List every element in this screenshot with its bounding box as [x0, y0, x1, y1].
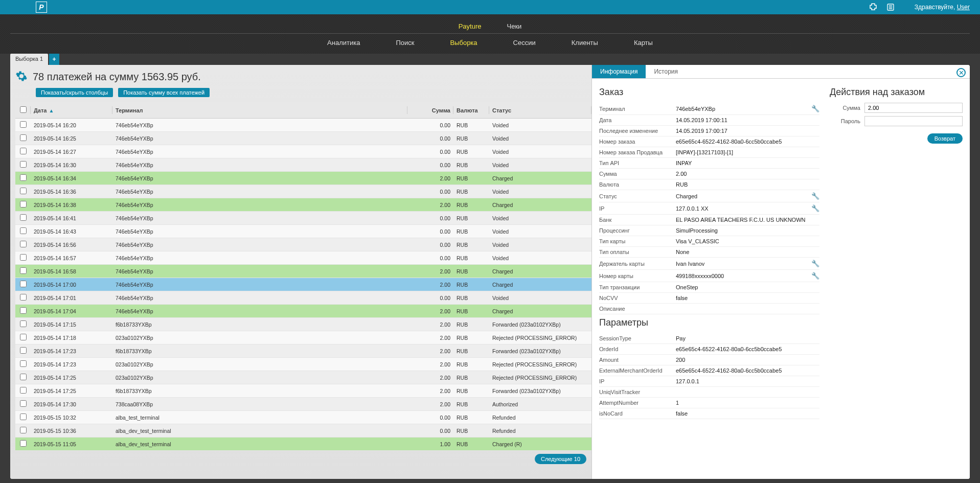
- sub-tab-0[interactable]: Аналитика: [327, 39, 360, 47]
- wrench-icon[interactable]: 🔧: [811, 192, 819, 200]
- main-tab-чеки[interactable]: Чеки: [507, 22, 521, 30]
- page-tab[interactable]: Выборка 1: [10, 54, 48, 65]
- user-link[interactable]: User: [957, 4, 970, 11]
- row-checkbox[interactable]: [20, 334, 27, 340]
- row-checkbox[interactable]: [20, 267, 27, 274]
- row-checkbox[interactable]: [20, 134, 27, 141]
- table-row[interactable]: 2019-05-14 17:23f6b18733YXBp2.00RUBForwa…: [15, 344, 591, 358]
- col-status[interactable]: Статус: [489, 102, 591, 119]
- row-checkbox[interactable]: [20, 347, 27, 354]
- sub-tab-3[interactable]: Сессии: [513, 39, 536, 47]
- table-row[interactable]: 2019-05-14 16:20746eb54eYXBp0.00RUBVoide…: [15, 119, 591, 132]
- next-page-button[interactable]: Следующие 10: [535, 454, 586, 464]
- row-checkbox[interactable]: [20, 320, 27, 327]
- sub-tab-2[interactable]: Выборка: [450, 39, 477, 47]
- cell-date: 2019-05-14 16:58: [31, 265, 112, 278]
- table-row[interactable]: 2019-05-15 10:32alba_test_terminal0.00RU…: [15, 411, 591, 424]
- kv-row: Описание: [599, 304, 819, 314]
- table-row[interactable]: 2019-05-15 11:05alba_dev_test_terminal1.…: [15, 438, 591, 451]
- table-row[interactable]: 2019-05-14 17:18023a0102YXBp2.00RUBRejec…: [15, 331, 591, 344]
- close-icon[interactable]: ✕: [956, 68, 966, 77]
- col-date[interactable]: Дата▲: [31, 102, 112, 119]
- table-row[interactable]: 2019-05-14 16:36746eb54eYXBp0.00RUBVoide…: [15, 185, 591, 198]
- kv-key: Дата: [599, 117, 676, 123]
- row-checkbox[interactable]: [20, 374, 27, 380]
- row-checkbox[interactable]: [20, 174, 27, 181]
- puzzle-icon[interactable]: [869, 3, 878, 12]
- kv-value: Visa V_CLASSIC: [676, 238, 819, 244]
- wrench-icon[interactable]: 🔧: [811, 105, 819, 112]
- detail-tab-1[interactable]: История: [646, 65, 686, 78]
- row-checkbox[interactable]: [20, 214, 27, 221]
- row-checkbox[interactable]: [20, 427, 27, 433]
- table-row[interactable]: 2019-05-14 17:25023a0102YXBp2.00RUBRejec…: [15, 371, 591, 384]
- table-row[interactable]: 2019-05-14 16:38746eb54eYXBp2.00RUBCharg…: [15, 198, 591, 212]
- row-checkbox[interactable]: [20, 254, 27, 261]
- table-row[interactable]: 2019-05-14 16:57746eb54eYXBp0.00RUBVoide…: [15, 251, 591, 265]
- col-amount[interactable]: Сумма: [407, 102, 453, 119]
- col-checkbox[interactable]: [15, 102, 31, 119]
- kv-key: Тип оплаты: [599, 249, 676, 255]
- toggle-columns-button[interactable]: Показать/скрыть столбцы: [36, 88, 113, 97]
- table-row[interactable]: 2019-05-14 17:25f6b18733YXBp2.00RUBForwa…: [15, 384, 591, 398]
- row-checkbox[interactable]: [20, 294, 27, 301]
- table-row[interactable]: 2019-05-14 17:00746eb54eYXBp2.00RUBCharg…: [15, 278, 591, 291]
- table-row[interactable]: 2019-05-14 17:15f6b18733YXBp2.00RUBForwa…: [15, 318, 591, 331]
- gear-icon[interactable]: [15, 70, 28, 84]
- table-row[interactable]: 2019-05-14 16:58746eb54eYXBp2.00RUBCharg…: [15, 265, 591, 278]
- logo[interactable]: P: [36, 2, 47, 13]
- main-tab-payture[interactable]: Payture: [459, 22, 482, 30]
- detail-tab-0[interactable]: Информация: [592, 65, 646, 78]
- row-checkbox[interactable]: [20, 188, 27, 194]
- row-checkbox[interactable]: [20, 413, 27, 420]
- table-row[interactable]: 2019-05-14 16:41746eb54eYXBp0.00RUBVoide…: [15, 212, 591, 225]
- row-checkbox[interactable]: [20, 307, 27, 314]
- table-row[interactable]: 2019-05-15 10:36alba_dev_test_terminal0.…: [15, 424, 591, 438]
- list-icon[interactable]: [886, 3, 895, 12]
- kv-row: ПроцессингSimulProcessing: [599, 225, 819, 236]
- wrench-icon[interactable]: 🔧: [811, 204, 819, 212]
- password-input[interactable]: [864, 116, 963, 126]
- table-row[interactable]: 2019-05-14 16:56746eb54eYXBp0.00RUBVoide…: [15, 238, 591, 251]
- table-row[interactable]: 2019-05-14 16:25746eb54eYXBp0.00RUBVoide…: [15, 132, 591, 145]
- table-row[interactable]: 2019-05-14 16:27746eb54eYXBp0.00RUBVoide…: [15, 145, 591, 158]
- row-checkbox[interactable]: [20, 387, 27, 394]
- col-currency[interactable]: Валюта: [453, 102, 489, 119]
- table-row[interactable]: 2019-05-14 16:30746eb54eYXBp0.00RUBVoide…: [15, 158, 591, 172]
- wrench-icon[interactable]: 🔧: [811, 260, 819, 267]
- select-all-checkbox[interactable]: [20, 106, 27, 113]
- row-checkbox[interactable]: [20, 360, 27, 367]
- sub-tab-4[interactable]: Клиенты: [572, 39, 598, 47]
- table-row[interactable]: 2019-05-14 17:01746eb54eYXBp0.00RUBVoide…: [15, 291, 591, 305]
- cell-terminal: 746eb54eYXBp: [112, 265, 407, 278]
- show-sum-button[interactable]: Показать сумму всех платежей: [118, 88, 210, 97]
- cell-amount: 2.00: [407, 318, 453, 331]
- cell-currency: RUB: [453, 265, 489, 278]
- col-terminal[interactable]: Терминал: [112, 102, 407, 119]
- kv-value: 1: [676, 400, 819, 406]
- row-checkbox[interactable]: [20, 227, 27, 234]
- cell-date: 2019-05-14 16:30: [31, 158, 112, 172]
- return-button[interactable]: Возврат: [927, 133, 963, 144]
- row-checkbox[interactable]: [20, 148, 27, 154]
- row-checkbox[interactable]: [20, 241, 27, 247]
- row-checkbox[interactable]: [20, 281, 27, 287]
- row-checkbox[interactable]: [20, 201, 27, 208]
- table-row[interactable]: 2019-05-14 16:43746eb54eYXBp0.00RUBVoide…: [15, 225, 591, 238]
- wrench-icon[interactable]: 🔧: [811, 272, 819, 280]
- kv-row: ВалютаRUB: [599, 179, 819, 190]
- sub-tab-1[interactable]: Поиск: [396, 39, 414, 47]
- row-checkbox[interactable]: [20, 400, 27, 407]
- table-row[interactable]: 2019-05-14 16:34746eb54eYXBp2.00RUBCharg…: [15, 172, 591, 185]
- cell-currency: RUB: [453, 158, 489, 172]
- table-row[interactable]: 2019-05-14 17:23023a0102YXBp2.00RUBRejec…: [15, 358, 591, 371]
- amount-input[interactable]: [864, 103, 963, 113]
- row-checkbox[interactable]: [20, 121, 27, 128]
- row-checkbox[interactable]: [20, 440, 27, 447]
- sub-tab-5[interactable]: Карты: [634, 39, 653, 47]
- table-row[interactable]: 2019-05-14 17:04746eb54eYXBp2.00RUBCharg…: [15, 305, 591, 318]
- cell-terminal: 746eb54eYXBp: [112, 278, 407, 291]
- add-tab-button[interactable]: +: [49, 54, 59, 65]
- table-row[interactable]: 2019-05-14 17:30738caa08YXBp2.00RUBAutho…: [15, 398, 591, 411]
- row-checkbox[interactable]: [20, 161, 27, 168]
